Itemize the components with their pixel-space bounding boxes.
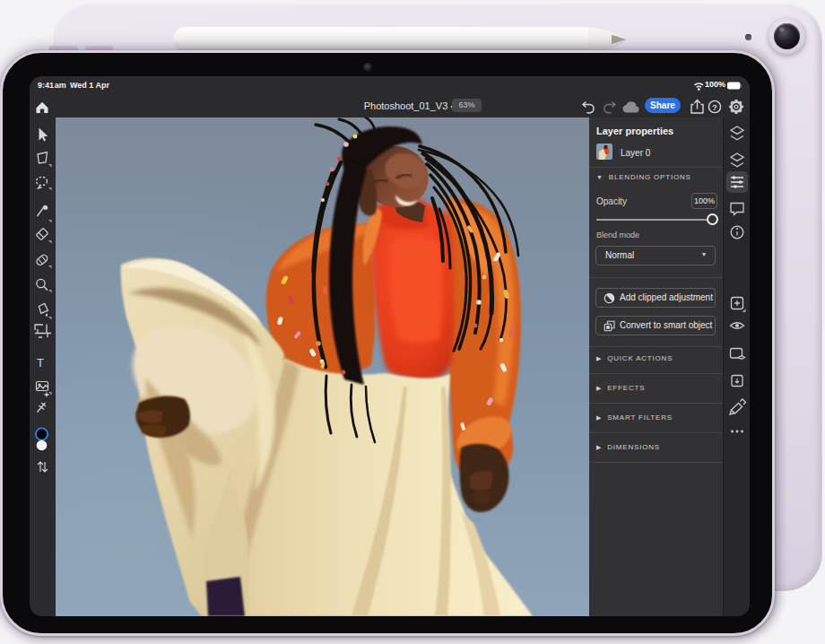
svg-text:?: ? — [712, 102, 717, 112]
svg-text:T: T — [37, 356, 44, 370]
